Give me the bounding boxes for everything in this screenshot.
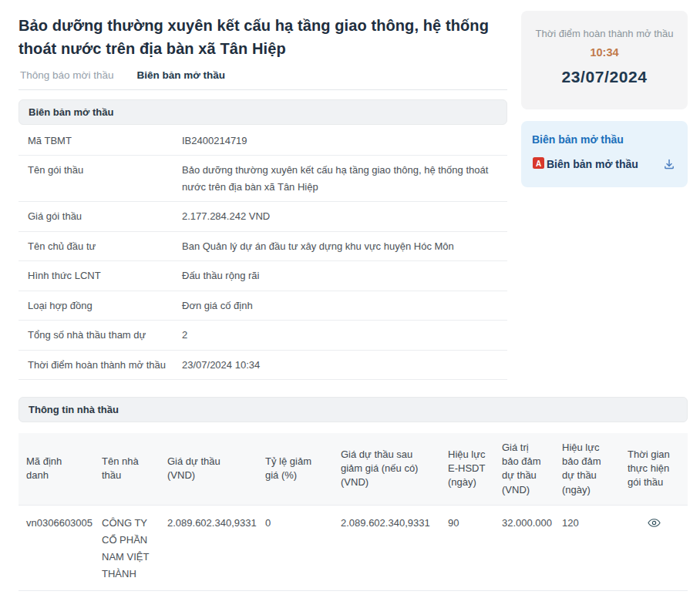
- detail-row-thoi-diem-mo-thau: Thời điểm hoàn thành mở thầu 23/07/2024 …: [19, 351, 507, 380]
- col-header-name: Tên nhà thầu: [94, 433, 160, 505]
- eye-view-icon[interactable]: [648, 516, 661, 533]
- detail-label: Tổng số nhà thầu tham dự: [28, 327, 182, 343]
- detail-label: Mã TBMT: [28, 133, 182, 149]
- pdf-file-icon: A: [532, 156, 545, 172]
- detail-value: 23/07/2024 10:34: [182, 357, 498, 373]
- contractor-ehsdt-validity: 90: [440, 505, 494, 590]
- contractor-id: vn0309884749: [19, 591, 94, 598]
- col-header-guarantee-value: Giá trị bảo đảm dự thầu (VND): [494, 433, 554, 505]
- bid-opening-section-header: Biên bản mở thầu: [19, 99, 507, 125]
- document-file-row[interactable]: A Biên bản mở thầu: [532, 156, 677, 172]
- contractor-discount: 0: [257, 591, 333, 598]
- contractor-id: vn0306603005: [19, 505, 94, 590]
- contractors-table: Mã định danh Tên nhà thầu Giá dự thầu (V…: [19, 433, 688, 598]
- col-header-discount: Tỷ lệ giảm giá (%): [257, 433, 333, 505]
- svg-text:A: A: [536, 160, 541, 168]
- detail-value: IB2400214719: [182, 133, 498, 149]
- main-column: Bảo dưỡng thường xuyên kết cấu hạ tầng g…: [19, 11, 507, 380]
- contractors-table-header-row: Mã định danh Tên nhà thầu Giá dự thầu (V…: [19, 433, 688, 505]
- detail-label: Tên chủ đầu tư: [28, 238, 182, 254]
- col-header-bid-price: Giá dự thầu (VND): [160, 433, 257, 505]
- detail-row-hinh-thuc-lcnt: Hình thức LCNT Đấu thầu rộng rãi: [19, 261, 507, 291]
- tab-thong-bao-moi-thau[interactable]: Thông báo mời thầu: [20, 69, 113, 81]
- tab-bar: Thông báo mời thầu Biên bản mở thầu: [19, 69, 507, 90]
- top-layout: Bảo dưỡng thường xuyên kết cấu hạ tầng g…: [19, 11, 688, 380]
- bid-opening-document-card: Biên bản mở thầu A Biên bản mở thầu: [521, 121, 688, 187]
- document-file-link[interactable]: A Biên bản mở thầu: [532, 156, 638, 172]
- col-header-id: Mã định danh: [19, 433, 94, 505]
- download-icon[interactable]: [661, 156, 677, 172]
- detail-value: Đấu thầu rộng rãi: [182, 267, 498, 284]
- contractor-discount: 0: [257, 505, 333, 590]
- document-file-label: Biên bản mở thầu: [547, 158, 638, 170]
- detail-label: Tên gói thầu: [28, 162, 182, 195]
- contractors-section-header: Thông tin nhà thầu: [19, 397, 688, 422]
- completion-time-card: Thời điểm hoàn thành mở thầu 10:34 23/07…: [521, 11, 688, 109]
- detail-value: 2: [182, 327, 498, 343]
- contractor-ehsdt-validity: 90: [440, 591, 494, 598]
- contractor-guarantee-validity: 120: [554, 505, 620, 590]
- contractor-bid-price: 2.122.352.192,604: [160, 591, 257, 598]
- detail-value: 2.177.284.242 VND: [182, 208, 498, 224]
- detail-row-ten-goi-thau: Tên gói thầu Bảo dưỡng thường xuyên kết …: [19, 156, 507, 202]
- page-container: Bảo dưỡng thường xuyên kết cấu hạ tầng g…: [0, 0, 700, 598]
- tab-bien-ban-mo-thau[interactable]: Biên bản mở thầu: [136, 69, 225, 81]
- detail-row-chu-dau-tu: Tên chủ đầu tư Ban Quản lý dự án đầu tư …: [19, 232, 507, 261]
- contractor-row: vn0309884749 CÔNG TY CỔ PHẦN TƯ VẤN XÂY …: [19, 591, 688, 598]
- detail-value: Ban Quản lý dự án đầu tư xây dựng khu vự…: [182, 238, 498, 254]
- contractor-guarantee-validity: 120: [554, 591, 620, 598]
- col-header-ehsdt-validity: Hiệu lực E-HSDT (ngày): [440, 433, 494, 505]
- document-card-heading: Biên bản mở thầu: [532, 133, 677, 146]
- detail-value: Bảo dưỡng thường xuyên kết cấu hạ tầng g…: [182, 162, 498, 195]
- detail-row-tong-so-nha-thau: Tổng số nhà thầu tham dự 2: [19, 321, 507, 350]
- completion-date-value: 23/07/2024: [532, 68, 677, 86]
- page-title: Bảo dưỡng thường xuyên kết cấu hạ tầng g…: [19, 14, 507, 60]
- contractor-price-after-discount: 2.089.602.340,9331: [333, 505, 440, 590]
- detail-label: Hình thức LCNT: [28, 267, 182, 284]
- completion-time-label: Thời điểm hoàn thành mở thầu: [532, 28, 677, 39]
- detail-label: Giá gói thầu: [28, 208, 182, 224]
- detail-row-gia-goi-thau: Giá gói thầu 2.177.284.242 VND: [19, 202, 507, 231]
- contractor-name: CÔNG TY CỔ PHẦN TƯ VẤN XÂY DỰNG ĐẠT THÀN…: [94, 591, 160, 598]
- detail-label: Loại hợp đồng: [28, 297, 182, 314]
- col-header-price-after-discount: Giá dự thầu sau giảm giá (nếu có) (VND): [333, 433, 440, 505]
- col-header-guarantee-validity: Hiệu lực bảo đảm dự thầu (ngày): [554, 433, 620, 505]
- col-header-duration: Thời gian thực hiện gói thầu: [620, 433, 688, 505]
- contractor-bid-price: 2.089.602.340,9331: [160, 505, 257, 590]
- contractor-row: vn0306603005 CÔNG TY CỔ PHẦN NAM VIỆT TH…: [19, 505, 688, 590]
- detail-row-ma-tbmt: Mã TBMT IB2400214719: [19, 126, 507, 156]
- contractor-price-after-discount: 2.122.352.192,604: [333, 591, 440, 598]
- completion-time-value: 10:34: [532, 46, 677, 59]
- detail-row-loai-hop-dong: Loại hợp đồng Đơn giá cố định: [19, 291, 507, 321]
- sidebar: Thời điểm hoàn thành mở thầu 10:34 23/07…: [521, 11, 688, 380]
- contractor-guarantee-value: 32.000.000: [494, 591, 554, 598]
- contractor-name: CÔNG TY CỔ PHẦN NAM VIỆT THÀNH: [94, 505, 160, 590]
- detail-value: Đơn giá cố định: [182, 297, 498, 314]
- detail-label: Thời điểm hoàn thành mở thầu: [28, 357, 182, 373]
- contractor-guarantee-value: 32.000.000: [494, 505, 554, 590]
- bid-opening-details: Mã TBMT IB2400214719 Tên gói thầu Bảo dư…: [19, 126, 507, 380]
